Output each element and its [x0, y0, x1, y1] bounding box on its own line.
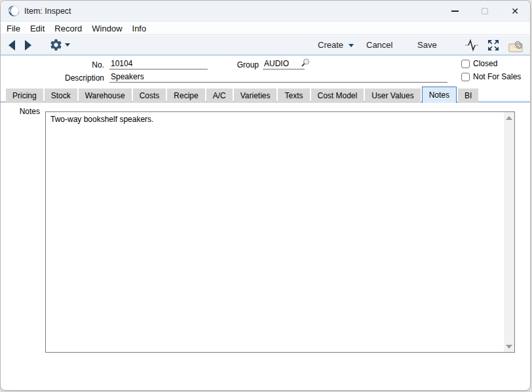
notes-text: Two-way bookshelf speakers. [50, 115, 500, 125]
closed-checkbox-box [461, 60, 470, 68]
menu-window[interactable]: Window [92, 24, 129, 33]
tab-stock[interactable]: Stock [45, 88, 77, 103]
closed-checkbox-label: Closed [473, 59, 497, 68]
no-field-label: No. [65, 60, 104, 69]
attachments-button[interactable] [508, 39, 522, 52]
menu-edit[interactable]: Edit [30, 24, 52, 33]
create-label: Create [318, 40, 343, 50]
tab-varieties[interactable]: Varieties [234, 88, 277, 103]
create-button[interactable]: Create [318, 40, 354, 50]
menu-info[interactable]: Info [132, 24, 154, 33]
back-button[interactable] [9, 40, 19, 50]
operations-menu-button[interactable] [49, 38, 70, 52]
description-field-input[interactable]: Speakers [109, 72, 447, 83]
tab-cost-model[interactable]: Cost Model [311, 88, 364, 103]
gear-icon [49, 38, 63, 52]
not-for-sales-checkbox[interactable]: Not For Sales [461, 72, 521, 81]
expand-window-button[interactable] [487, 39, 501, 52]
close-button[interactable]: ✕ [500, 1, 530, 22]
tab-user-values[interactable]: User Values [365, 88, 420, 103]
not-for-sales-checkbox-box [461, 73, 470, 81]
group-field-input[interactable]: AUDIO [263, 59, 305, 69]
scroll-down-button[interactable] [504, 341, 514, 352]
notes-textarea[interactable]: Two-way bookshelf speakers. [45, 111, 515, 353]
forward-icon [25, 40, 31, 50]
app-window: Item: Inspect ✕ File Edit Record Window … [0, 0, 531, 391]
menu-bar: File Edit Record Window Info [1, 22, 530, 35]
activity-log-button[interactable] [465, 39, 479, 52]
cancel-button[interactable]: Cancel [366, 40, 392, 50]
tab-pricing[interactable]: Pricing [6, 88, 43, 103]
description-field-label: Description [65, 73, 104, 83]
notes-field-label: Notes [1, 107, 40, 116]
tab-texts[interactable]: Texts [278, 88, 309, 103]
triangle-up-icon [506, 116, 512, 120]
back-icon [9, 40, 15, 50]
group-field-label: Group [221, 60, 259, 69]
paperclip-note-icon [508, 39, 523, 52]
group-paste-special-button[interactable] [300, 58, 311, 68]
menu-record[interactable]: Record [54, 24, 89, 33]
scroll-up-button[interactable] [504, 112, 514, 123]
save-button[interactable]: Save [417, 40, 437, 50]
title-bar: Item: Inspect ✕ [1, 1, 530, 22]
minimize-button[interactable] [440, 1, 470, 22]
minimize-icon [451, 10, 459, 12]
tab-notes[interactable]: Notes [422, 87, 457, 103]
toolbar: Create Cancel Save [1, 35, 530, 56]
expand-arrows-icon [487, 39, 500, 52]
close-icon: ✕ [511, 7, 519, 16]
tab-recipe[interactable]: Recipe [167, 88, 204, 103]
gear-caret-icon [65, 43, 70, 47]
window-title: Item: Inspect [24, 7, 71, 16]
triangle-down-icon [506, 345, 512, 349]
tab-warehouse[interactable]: Warehouse [79, 88, 132, 103]
tab-bi[interactable]: BI [458, 88, 478, 103]
app-logo-icon [8, 5, 20, 17]
record-header: No. 10104 Group AUDIO Description Speake… [1, 57, 530, 86]
create-caret-icon [349, 44, 354, 47]
maximize-icon [482, 8, 488, 14]
tab-ac[interactable]: A/C [206, 88, 233, 103]
pulse-icon [465, 39, 479, 52]
not-for-sales-checkbox-label: Not For Sales [473, 72, 521, 81]
no-field-input[interactable]: 10104 [109, 59, 208, 69]
tab-costs[interactable]: Costs [133, 88, 166, 103]
menu-file[interactable]: File [7, 24, 28, 33]
tab-strip: Pricing Stock Warehouse Costs Recipe A/C… [6, 87, 480, 103]
forward-button[interactable] [25, 40, 35, 50]
closed-checkbox[interactable]: Closed [461, 59, 497, 68]
notes-scrollbar[interactable] [504, 112, 514, 352]
maximize-button[interactable] [470, 1, 500, 22]
magnifier-icon [300, 58, 311, 68]
